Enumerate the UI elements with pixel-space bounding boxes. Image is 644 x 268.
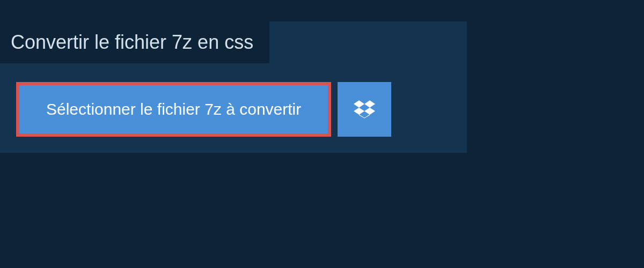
- select-file-button[interactable]: Sélectionner le fichier 7z à convertir: [16, 82, 331, 137]
- converter-panel: Convertir le fichier 7z en css Sélection…: [0, 21, 467, 153]
- page-title: Convertir le fichier 7z en css: [11, 31, 253, 54]
- title-tab: Convertir le fichier 7z en css: [0, 21, 269, 63]
- select-file-label: Sélectionner le fichier 7z à convertir: [46, 100, 301, 118]
- dropbox-button[interactable]: [338, 82, 391, 137]
- dropbox-icon: [354, 99, 375, 120]
- file-selection-row: Sélectionner le fichier 7z à convertir: [16, 82, 467, 137]
